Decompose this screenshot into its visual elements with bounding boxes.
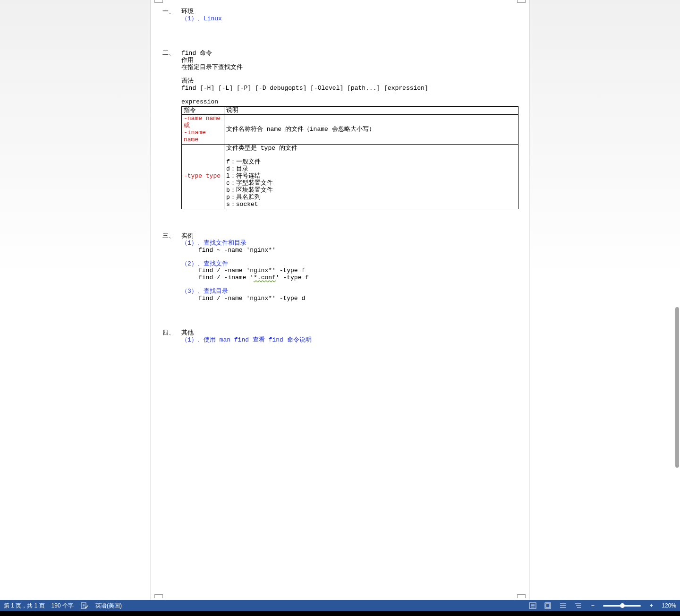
page[interactable]: 一、 环境 （1）、Linux 二、 find 命令 作用 在指定目录下查找文件… [151,0,529,600]
section-1-number: 一、 [162,9,181,16]
margin-guide-bl [154,594,163,598]
section-3-title: 实例 [181,233,518,240]
s2-line-syntax-label: 语法 [181,78,518,85]
section-2-title: find 命令 [181,50,518,57]
s3-g2-cmd1: find / -name 'nginx*' -type f [181,267,518,274]
type-s: s：socket [226,201,516,208]
type-c: c：字型装置文件 [226,180,516,187]
table-row: -name name 或 -iname name 文件名称符合 name 的文件… [182,115,518,145]
s2-line-syntax: find [-H] [-L] [-P] [-D debugopts] [-Ole… [181,85,518,92]
section-4-number: 四、 [162,330,181,337]
zoom-out-button[interactable]: − [589,602,596,609]
section-1-title: 环境 [181,9,518,16]
margin-guide-br [517,594,526,598]
type-f: f：一般文件 [226,159,516,166]
section-1-sub: （1）、Linux [181,16,518,23]
spellcheck-icon[interactable] [80,601,89,610]
s3-g1-cmd: find ~ -name 'nginx*' [181,247,518,254]
print-layout-icon[interactable] [544,601,552,610]
status-page[interactable]: 第 1 页，共 1 页 [4,602,45,610]
document-area: 一、 环境 （1）、Linux 二、 find 命令 作用 在指定目录下查找文件… [0,0,680,600]
s3-g2-cmd2-spell: *.conf [254,274,276,281]
web-layout-icon[interactable] [559,601,567,610]
s3-g3-title: （3）、查找目录 [181,288,518,295]
s2-table-title: expression [181,99,518,106]
section-4-sub: （1）、使用 man find 查看 find 命令说明 [181,337,518,344]
bottom-bar [0,611,680,616]
zoom-level[interactable]: 120% [662,602,676,609]
s2-line-usage: 作用 [181,57,518,64]
vertical-scrollbar[interactable] [675,307,679,468]
s2-line-desc: 在指定目录下查找文件 [181,64,518,71]
document-content[interactable]: 一、 环境 （1）、Linux 二、 find 命令 作用 在指定目录下查找文件… [162,9,518,344]
s3-g3-cmd: find / -name 'nginx*' -type d [181,295,518,302]
section-1: 一、 环境 （1）、Linux [162,9,518,23]
opt-type: -type type [182,145,224,209]
s3-g2-title: （2）、查找文件 [181,261,518,268]
table-row: -type type 文件类型是 type 的文件 f：一般文件 d：目录 l：… [182,145,518,209]
opt-type-desc: 文件类型是 type 的文件 [226,145,516,152]
section-2-number: 二、 [162,50,181,57]
section-4: 四、 其他 （1）、使用 man find 查看 find 命令说明 [162,330,518,344]
section-4-title: 其他 [181,330,518,337]
s3-g2-cmd2-a: find / -iname ' [198,274,254,281]
type-d: d：目录 [226,166,516,173]
status-language[interactable]: 英语(美国) [95,602,122,610]
type-l: l：符号连结 [226,173,516,180]
opt-name-desc: 文件名称符合 name 的文件（iname 会忽略大小写） [224,115,518,145]
read-mode-icon[interactable] [528,601,537,610]
table-header-cmd: 指令 [182,106,224,115]
s3-g2-cmd2-b: ' -type f [276,274,309,281]
table-row: 指令 说明 [182,106,518,115]
section-3: 三、 实例 （1）、查找文件和目录 find ~ -name 'nginx*' … [162,233,518,303]
type-p: p：具名贮列 [226,194,516,201]
opt-name-or: 或 [184,122,222,129]
section-3-number: 三、 [162,233,181,240]
expression-table: 指令 说明 -name name 或 -iname name 文件名称符合 na… [181,106,518,209]
opt-iname: -iname name [184,129,222,144]
zoom-in-button[interactable]: + [647,602,655,609]
status-word-count[interactable]: 190 个字 [51,602,74,610]
s3-g1-title: （1）、查找文件和目录 [181,240,518,247]
type-b: b：区块装置文件 [226,187,516,194]
s3-g2-cmd2: find / -iname '*.conf' -type f [181,274,518,282]
section-2: 二、 find 命令 作用 在指定目录下查找文件 语法 find [-H] [-… [162,50,518,209]
table-header-desc: 说明 [224,106,518,115]
margin-guide-tl [154,0,163,3]
svg-rect-6 [546,604,550,607]
app-window: 一、 环境 （1）、Linux 二、 find 命令 作用 在指定目录下查找文件… [0,0,680,616]
zoom-slider-thumb[interactable] [620,603,625,608]
opt-name: -name name [184,115,222,122]
zoom-slider[interactable] [603,605,641,607]
status-bar: 第 1 页，共 1 页 190 个字 英语(美国) − + 120% [0,600,680,611]
margin-guide-tr [517,0,526,3]
outline-icon[interactable] [574,601,582,610]
